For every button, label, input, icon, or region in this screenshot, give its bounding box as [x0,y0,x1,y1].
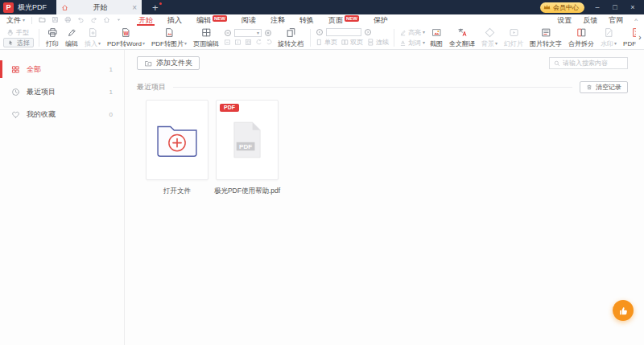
menu-item[interactable]: 插入 [160,14,189,26]
highlight-button[interactable]: 高亮▾ [399,28,425,37]
minimize-button[interactable]: – [592,3,602,11]
sidebar-item[interactable]: 全部 1 [0,58,124,80]
chevron-down-icon: ▾ [423,30,425,35]
menu-item[interactable]: 注释 [263,14,292,26]
view-mode-button[interactable]: 单页 [316,38,337,47]
menu-item[interactable]: 编辑 NEW [189,14,234,26]
toolbar-button[interactable]: 背景▾ [478,26,501,50]
fit-width-icon[interactable] [224,39,231,46]
tab-title: 开始 [71,2,130,13]
watermark-icon [604,27,614,38]
screenshot-icon [431,27,442,38]
single-page-icon [316,39,323,46]
menu-item[interactable]: 保护 [366,14,395,26]
add-folder-button[interactable]: 添加文件夹 [137,56,200,70]
rotate-document-button[interactable]: 旋转文档 [275,26,307,50]
image-to-text-icon [541,27,551,38]
open-file-card[interactable] [146,100,208,180]
print-button[interactable] [64,16,72,25]
menu-item[interactable]: 开始 [131,14,160,26]
section-title: 最近项目 [137,82,166,92]
toolbar-button[interactable]: W PDF转Word▾ [104,26,148,50]
menu-item[interactable]: 转换 [292,14,321,26]
open-folder-button[interactable] [39,16,46,25]
sidebar-item[interactable]: 最近项目 1 [0,80,124,103]
dropdown-button[interactable] [116,16,122,24]
item-count: 1 [109,88,113,96]
double-page-icon [341,39,349,46]
zoom-level-select[interactable]: ▾ [234,29,262,37]
slideshow-icon [509,27,519,38]
previous-page-icon[interactable] [316,28,324,36]
divider [310,29,311,47]
rotate-right-icon[interactable] [266,39,273,46]
tab-home[interactable]: 开始 × [56,0,142,14]
toolbar-button[interactable]: 插入▾ [81,26,104,50]
folder-plus-icon [144,60,152,68]
menu-item[interactable]: 阅读 [234,14,263,26]
hand-tool-button[interactable]: 手型 [3,27,34,37]
zoom-in-icon[interactable] [264,29,272,37]
toolbar-button[interactable]: 打印 [43,26,62,50]
next-page-icon[interactable] [364,28,372,36]
home-tab-icon [61,4,68,11]
close-button[interactable]: × [628,3,638,11]
search-input[interactable] [563,60,623,67]
heart-icon [11,110,20,119]
menu-link[interactable]: 反馈 [583,15,597,26]
file-card: 打开文件 [146,100,208,196]
toolbar-button[interactable]: 截图 [427,26,446,50]
undo-button[interactable] [77,16,85,25]
search-box[interactable] [549,57,628,69]
toolbar-button[interactable]: 编辑 [62,26,81,50]
fit-page-icon[interactable] [245,39,252,46]
sidebar-item[interactable]: 我的收藏 0 [0,103,124,125]
file-card-label: 极光PDF使用帮助.pdf [214,187,280,196]
printer-icon [47,27,58,38]
titlebar: P 极光PDF 开始 × + 会员中心 – □ × [0,0,644,14]
zoom-out-icon[interactable] [224,29,232,37]
pdf-document-icon: PDF [233,121,262,158]
feedback-fab-button[interactable] [613,300,634,321]
menu-link[interactable]: 设置 [557,15,572,26]
file-menu[interactable]: 文件▾ [6,15,25,26]
toolbar-button[interactable]: 页面编辑 [190,26,222,50]
toolbar-button[interactable]: 图片转文字 [526,26,565,50]
trash-icon [586,84,592,91]
main-content: 添加文件夹 最近项目 清空记录 打开文件 [125,50,644,345]
view-mode-button[interactable]: 连续 [367,38,389,47]
view-mode-button[interactable]: 双页 [341,38,363,47]
redo-button[interactable] [90,16,97,25]
toolbar-button[interactable]: 幻灯片 [501,26,526,50]
select-tool-button[interactable]: 选择 [3,38,34,47]
toolbar-button[interactable]: 水印▾ [597,26,620,50]
new-tab-button[interactable]: + [150,2,161,13]
chevron-down-icon: ▾ [614,41,617,46]
menu-link[interactable]: 官网 [609,15,623,26]
word-select-button[interactable]: 划词▾ [399,39,425,47]
collapse-ribbon-icon[interactable]: ^ [634,17,638,24]
toolbar-button[interactable]: 全文翻译 [446,26,478,50]
chevron-down-icon: ▾ [184,41,187,46]
tab-close-icon[interactable]: × [132,3,137,12]
thumbs-up-icon [618,306,629,316]
highlight-pen-icon [399,29,407,36]
page-number-input[interactable] [326,28,361,36]
actual-size-icon[interactable] [234,39,242,46]
member-center-button[interactable]: 会员中心 [540,2,584,13]
toolbar-button[interactable]: 合并拆分 [565,26,597,50]
cursor-icon [7,39,14,47]
rotate-left-icon[interactable] [255,39,262,46]
folder-add-icon [155,121,200,158]
toolbar-button[interactable]: PDF转图片▾ [148,26,190,50]
maximize-button[interactable]: □ [610,3,620,11]
menu-item[interactable]: 页面 NEW [321,14,366,26]
word-underline-icon [399,39,407,47]
save-button[interactable] [52,16,59,25]
recent-pdf-card[interactable]: PDF PDF [216,100,279,180]
home-button[interactable] [103,16,110,25]
new-badge: NEW [213,15,227,22]
toolbar-more-chevron[interactable]: › [636,26,644,48]
clear-records-button[interactable]: 清空记录 [580,81,628,93]
edit-pencil-icon [67,27,77,38]
